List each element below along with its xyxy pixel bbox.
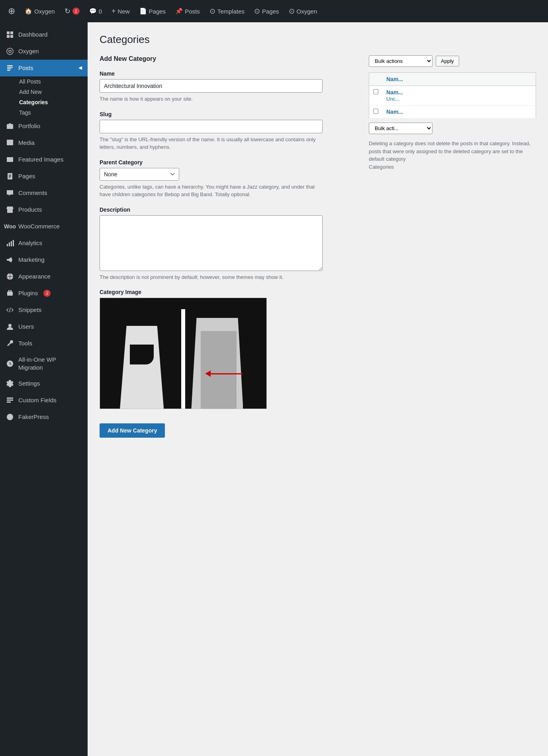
form-heading: Add New Category [100, 55, 361, 62]
sidebar-item-tags[interactable]: Tags [19, 107, 88, 118]
wp-logo-icon: ⊕ [8, 6, 15, 16]
appearance-label: Appearance [18, 273, 51, 281]
pages2-button[interactable]: ⊙ Pages [250, 0, 283, 22]
comments-icon: 💬 [89, 8, 97, 15]
posts-icon: 📌 [175, 8, 183, 15]
sidebar-item-analytics[interactable]: Analytics [0, 235, 88, 251]
description-help: The description is not prominent by defa… [100, 273, 323, 281]
wp-logo-button[interactable]: ⊕ [4, 0, 19, 22]
tools-icon [6, 339, 14, 348]
posts-sidebar-icon [6, 64, 14, 72]
sidebar-item-users[interactable]: Users [0, 318, 88, 335]
slug-input[interactable] [100, 120, 323, 133]
posts-button[interactable]: 📌 Posts [171, 0, 204, 22]
sidebar-item-marketing[interactable]: Marketing [0, 251, 88, 268]
sidebar-item-posts[interactable]: Posts ◀ [0, 60, 88, 76]
custom-fields-icon [6, 396, 14, 405]
slug-help: The "slug" is the URL-friendly version o… [100, 136, 323, 151]
pages-icon: 📄 [139, 8, 147, 15]
slug-label: Slug [100, 111, 361, 117]
row-name-cell: Nam... Unc... [382, 86, 498, 105]
name-input[interactable] [100, 79, 323, 93]
col-checkbox [369, 73, 383, 86]
pages-button[interactable]: 📄 Pages [135, 0, 170, 22]
portfolio-icon [6, 122, 14, 131]
svg-rect-12 [9, 242, 10, 246]
sidebar-item-pages[interactable]: Pages [0, 168, 88, 185]
bulk-apply-button[interactable]: Apply [436, 56, 459, 66]
sidebar-item-all-posts[interactable]: All Posts [19, 76, 88, 87]
sidebar-item-oxygen[interactable]: Oxygen [0, 43, 88, 60]
snippets-label: Snippets [18, 306, 41, 314]
row-extra-cell [498, 86, 536, 105]
pages-sidebar-icon [6, 172, 14, 181]
description-input[interactable] [100, 215, 323, 271]
sidebar-item-allinone[interactable]: All-in-One WP Migration [0, 352, 88, 375]
posts-submenu: All Posts Add New Categories Tags [0, 76, 88, 118]
col-name[interactable]: Nam... [382, 73, 498, 86]
sidebar-item-plugins[interactable]: Plugins 2 [0, 285, 88, 302]
category-name-link[interactable]: Nam... [386, 89, 403, 95]
sidebar-item-custom-fields[interactable]: Custom Fields [0, 392, 88, 409]
sidebar-item-fakerpress[interactable]: FakerPress [0, 409, 88, 425]
sidebar-item-snippets[interactable]: Snippets [0, 302, 88, 318]
col-description [498, 73, 536, 86]
bulk-action-bar-bottom: Bulk acti... [369, 123, 536, 134]
custom-fields-label: Custom Fields [18, 396, 57, 404]
main-content: Categories Add New Category Name The nam… [88, 22, 548, 756]
description-group: Description The description is not promi… [100, 207, 361, 281]
fakerpress-label: FakerPress [18, 413, 49, 421]
updates-button[interactable]: ↻ 2 [61, 0, 84, 22]
fakerpress-icon [6, 413, 14, 421]
svg-rect-2 [7, 35, 10, 38]
bulk-action-select[interactable]: Bulk actions Delete [369, 55, 433, 67]
parent-category-select[interactable]: None Uncategorized [100, 168, 179, 181]
plugins-label: Plugins [18, 289, 38, 297]
svg-point-4 [7, 48, 13, 55]
sidebar-item-categories[interactable]: Categories [19, 97, 88, 107]
comments-button[interactable]: 💬 0 [85, 0, 106, 22]
templates-button[interactable]: ⊙ Templates [206, 0, 249, 22]
svg-rect-0 [7, 31, 10, 34]
row-checkbox[interactable] [373, 89, 378, 94]
oxygen-button[interactable]: ⊙ Oxygen [285, 0, 321, 22]
content-grid: Add New Category Name The name is how it… [100, 55, 536, 438]
parent-category-group: Parent Category None Uncategorized Categ… [100, 159, 361, 199]
add-category-button[interactable]: Add New Category [100, 423, 165, 438]
sidebar-item-featured-images[interactable]: Featured Images [0, 151, 88, 168]
sidebar-item-add-new[interactable]: Add New [19, 87, 88, 97]
parent-help: Categories, unlike tags, can have a hier… [100, 183, 323, 199]
sidebar-item-dashboard[interactable]: Dashboard [0, 26, 88, 43]
category-action[interactable]: Unc... [386, 96, 400, 102]
bulk-action-select-bottom[interactable]: Bulk acti... [369, 123, 433, 134]
sidebar-item-portfolio[interactable]: Portfolio [0, 118, 88, 134]
sidebar-item-comments[interactable]: Comments [0, 185, 88, 201]
appearance-icon [6, 272, 14, 281]
svg-rect-3 [10, 35, 13, 38]
users-icon [6, 322, 14, 331]
sidebar-item-products[interactable]: Products [0, 201, 88, 218]
category-image-label: Category Image [100, 289, 361, 295]
row-checkbox2[interactable] [373, 109, 378, 114]
sidebar-item-settings[interactable]: Settings [0, 375, 88, 392]
featured-images-label: Featured Images [18, 156, 63, 164]
sidebar-item-woocommerce[interactable]: Woo WooCommerce [0, 218, 88, 235]
category-name-link2[interactable]: Nam... [386, 109, 403, 115]
new-button[interactable]: + New [108, 0, 134, 22]
allinone-icon [6, 359, 14, 368]
products-label: Products [18, 206, 42, 214]
category-image-container[interactable] [100, 298, 267, 409]
users-label: Users [18, 323, 34, 331]
svg-rect-22 [7, 399, 13, 401]
svg-rect-13 [11, 241, 12, 246]
sidebar-item-tools[interactable]: Tools [0, 335, 88, 352]
svg-rect-1 [10, 31, 13, 34]
woocommerce-icon: Woo [6, 222, 14, 231]
site-name-button[interactable]: 🏠 Oxygen [21, 0, 59, 22]
sidebar-item-media[interactable]: Media [0, 134, 88, 151]
comments-sidebar-icon [6, 189, 14, 197]
description-label: Description [100, 207, 361, 213]
bulk-action-bar: Bulk actions Delete Apply [369, 55, 536, 67]
sidebar-item-appearance[interactable]: Appearance [0, 268, 88, 285]
red-arrow [205, 370, 243, 377]
